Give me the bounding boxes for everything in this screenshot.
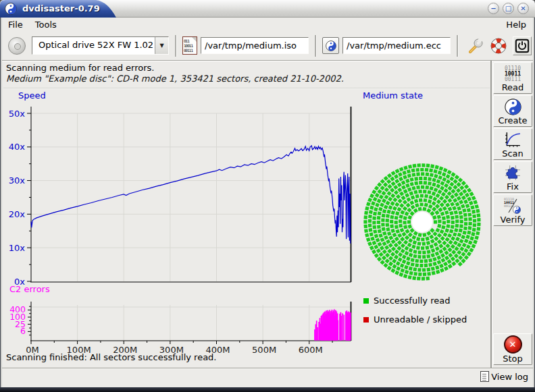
chevron-down-icon[interactable]: ▼: [155, 37, 168, 54]
svg-text:50x: 50x: [9, 109, 26, 119]
svg-text:600M: 600M: [299, 345, 323, 355]
legend-successfully-read: Successfully read: [363, 296, 450, 306]
svg-text:500M: 500M: [252, 345, 276, 355]
toolbar-separator: [457, 35, 458, 57]
menubar: File Tools Help: [2, 18, 533, 31]
toolbar-separator: [315, 35, 316, 57]
close-button[interactable]: ✕: [517, 3, 529, 14]
window-bottom-border: [0, 387, 535, 392]
puzzle-piece-icon: [504, 164, 521, 181]
ecc-file-icon: [322, 37, 339, 54]
red-square-icon: [363, 317, 369, 323]
toolbar-separator: [175, 35, 176, 57]
drive-selector-value: Optical drive 52X FW 1.02: [32, 37, 155, 54]
optical-drive-icon: [8, 37, 26, 55]
maximize-button[interactable]: □: [503, 3, 514, 14]
window-title: dvdisaster-0.79: [22, 0, 100, 17]
fix-button[interactable]: Fix: [493, 161, 532, 193]
scan-curve-icon: [504, 131, 521, 148]
titlebar[interactable]: dvdisaster-0.79 − □ ✕: [0, 0, 535, 18]
minimize-button[interactable]: −: [488, 3, 499, 14]
app-yinyang-icon: [5, 3, 17, 15]
ecc-path-input[interactable]: [342, 37, 451, 54]
menu-tools[interactable]: Tools: [29, 19, 63, 30]
view-log-button[interactable]: View log: [480, 371, 528, 382]
svg-text:30x: 30x: [9, 175, 26, 186]
scan-result-status: Scanning finished: All sectors successfu…: [6, 352, 217, 362]
stop-x-icon: ✕: [504, 335, 522, 354]
separator: [490, 61, 492, 368]
green-square-icon: [363, 298, 369, 304]
read-binary-icon: 01110 10011 00111: [505, 66, 521, 82]
main-content: Scanning medium for read errors. Medium …: [2, 61, 533, 368]
verify-compare-icon: 01110 10011 00111: [504, 197, 521, 215]
scan-button[interactable]: Scan: [493, 128, 532, 160]
iso-path-input[interactable]: [201, 37, 309, 54]
help-lifebuoy-icon[interactable]: [490, 37, 507, 55]
log-list-icon: [480, 371, 489, 382]
yinyang-icon: [505, 99, 521, 115]
svg-text:0x: 0x: [14, 277, 25, 287]
create-button[interactable]: Create: [493, 95, 532, 127]
preferences-wrench-icon[interactable]: [467, 37, 484, 55]
drive-selector[interactable]: Optical drive 52X FW 1.02 ▼: [32, 36, 169, 55]
quit-power-icon[interactable]: [513, 36, 532, 55]
svg-text:20x: 20x: [9, 209, 26, 219]
svg-text:10x: 10x: [9, 243, 26, 253]
app-window: dvdisaster-0.79 − □ ✕ File Tools Help Op…: [0, 0, 535, 392]
svg-text:40x: 40x: [9, 142, 26, 152]
read-button[interactable]: 01110 10011 00111 Read: [493, 62, 532, 94]
svg-text:6: 6: [20, 326, 26, 336]
menu-file[interactable]: File: [2, 19, 29, 30]
statusbar: View log: [2, 368, 533, 387]
toolbar: Optical drive 52X FW 1.02 ▼ 011 10011 00…: [2, 31, 533, 61]
stop-button[interactable]: ✕ Stop: [493, 333, 532, 365]
iso-file-icon: 011 10011 00111: [182, 36, 197, 55]
menu-help[interactable]: Help: [499, 19, 533, 30]
legend-unreadable: Unreadable / skipped: [363, 314, 467, 325]
verify-button[interactable]: 01110 10011 00111 Verify: [493, 194, 532, 226]
